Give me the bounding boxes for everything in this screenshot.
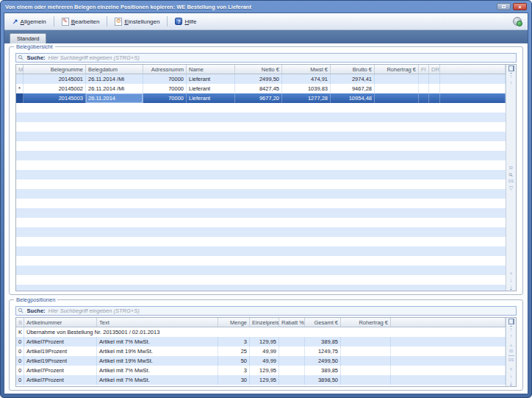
cell-rab xyxy=(279,366,305,375)
tab-page: Belegübersicht ⚲ Suche: Hier Suchbegriff… xyxy=(4,43,528,394)
column-header-fi[interactable]: FI xyxy=(419,65,429,74)
next-faded-icon[interactable]: ▾ xyxy=(510,271,513,276)
column-header-adr[interactable]: Adressnumm xyxy=(143,65,187,74)
positionen-table-header: SArtikelnummerTextMengeEinzelpreis €Raba… xyxy=(16,318,506,327)
empty-row xyxy=(16,227,506,237)
column-header-roh[interactable]: Rohertrag € xyxy=(341,318,391,327)
close-icon: × xyxy=(518,4,521,10)
cell-fi xyxy=(419,74,429,84)
first-record-icon[interactable]: ↑ xyxy=(510,73,513,79)
table-row[interactable]: *2014500226.11.2014 /Mi70000Lieferant842… xyxy=(16,84,506,93)
tab-strip: Standard xyxy=(4,30,528,43)
table-row[interactable]: 0Artikel19ProzentArtikel mit 19% MwSt.50… xyxy=(16,356,506,366)
column-header-name[interactable]: Name xyxy=(187,65,235,74)
search-icon: ⚲ xyxy=(17,307,25,315)
first-record-icon[interactable]: ↑ xyxy=(510,326,513,332)
cell-roh xyxy=(341,356,391,366)
table-row[interactable]: KÜbernahme von Bestellung Nr. 20135001 /… xyxy=(16,327,506,337)
next-record-icon[interactable]: ↓ xyxy=(510,373,513,378)
column-header-dat[interactable]: Belegdatum xyxy=(86,65,143,74)
previous-record-icon[interactable]: ↑ xyxy=(510,80,513,85)
previous-record-icon[interactable]: ↑ xyxy=(510,333,513,338)
cell-rab xyxy=(279,356,305,366)
cell-adr: 70000 xyxy=(143,74,187,84)
next-faded-icon[interactable]: ▾ xyxy=(510,366,513,372)
column-header-menge[interactable]: Menge xyxy=(218,318,250,327)
empty-row xyxy=(16,199,506,208)
cell-art: Artikel7Prozent xyxy=(24,375,97,385)
strip-bottom: ▾ ↓ ↓ xyxy=(510,271,513,290)
column-header-netto[interactable]: Netto € xyxy=(235,65,282,74)
table-row[interactable]: 0Artikel7ProzentArtikel mit 7% MwSt.3012… xyxy=(16,375,506,385)
cell-s: K xyxy=(16,327,24,337)
table-row[interactable]: 0Artikel7ProzentArtikel mit 7% MwSt.3129… xyxy=(16,366,506,375)
column-header-filler xyxy=(391,318,506,327)
cell-text: Artikel mit 19% MwSt. xyxy=(97,356,218,366)
menu-bearbeiten[interactable]: ✎ Bearbeiten xyxy=(57,16,104,27)
cell-filler xyxy=(391,347,506,356)
menu-hilfe[interactable]: ? Hilfe xyxy=(170,16,201,26)
column-header-dr[interactable]: DR xyxy=(429,65,440,74)
cell-ep: 129,95 xyxy=(250,337,279,347)
column-header-mwst[interactable]: Mwst € xyxy=(282,65,331,74)
cell-text: Artikel mit 7% MwSt. xyxy=(97,337,218,347)
menu-allgemein[interactable]: ↗ Allgemein xyxy=(8,17,51,26)
empty-row xyxy=(16,132,506,141)
cell-ges: 1249,75 xyxy=(305,347,341,356)
filter-icon[interactable]: ▽ xyxy=(509,185,513,191)
cell-ep: 129,95 xyxy=(250,375,279,385)
positionen-table-side-toolbar: ↑ ↑ ▴ ID DS ▾ ↓ ↓ xyxy=(506,318,516,386)
copy-record-icon[interactable] xyxy=(508,65,514,71)
cell-roh xyxy=(375,93,419,103)
next-record-icon[interactable]: ↓ xyxy=(510,277,513,282)
card-view-icon[interactable]: ID xyxy=(509,166,513,171)
column-header-roh[interactable]: Rohertrag € xyxy=(375,65,419,74)
copy-record-icon[interactable] xyxy=(508,319,514,324)
cell-s: 0 xyxy=(16,366,24,375)
cell-filler xyxy=(391,356,506,366)
empty-row xyxy=(16,122,506,132)
cell-text: Artikel mit 7% MwSt. xyxy=(97,366,218,375)
window-controls: × xyxy=(497,3,527,10)
column-header-m[interactable]: M xyxy=(16,65,24,74)
column-header-nr[interactable]: Belegnumme xyxy=(24,65,86,74)
search-input-uebersicht[interactable]: ⚲ Suche: Hier Suchbegriff eingeben (STRG… xyxy=(15,53,517,63)
column-header-text[interactable]: Text xyxy=(97,318,218,327)
cell-dat: 26.11.2014 xyxy=(86,93,143,103)
cell-menge: 50 xyxy=(218,356,250,366)
card-view-icon[interactable]: ID xyxy=(509,349,513,354)
menu-einstellungen[interactable]: ⚙ Einstellungen xyxy=(110,16,164,27)
column-header-ep[interactable]: Einzelpreis € xyxy=(250,318,279,327)
dataset-view-icon[interactable]: DS xyxy=(508,179,514,184)
column-header-art[interactable]: Artikelnummer xyxy=(24,318,97,327)
table-row[interactable]: 2014500326.11.201470000Lieferant9677,201… xyxy=(16,93,506,103)
empty-row xyxy=(16,180,506,189)
cell-menge: 3 xyxy=(218,337,250,347)
close-button[interactable]: × xyxy=(513,3,527,10)
cell-mwst: 474,91 xyxy=(282,74,331,84)
group-belegpositionen: Belegpositionen ⚲ Suche: Hier Suchbegrif… xyxy=(9,299,523,391)
app-window: Von einem oder mehreren Belegen einzelne… xyxy=(0,0,532,398)
column-header-rab[interactable]: Rabatt % xyxy=(279,318,305,327)
search-input-positionen[interactable]: ⚲ Suche: Hier Suchbegriff eingeben (STRG… xyxy=(15,306,517,316)
cell-text: Artikel mit 19% MwSt. xyxy=(97,347,218,356)
last-record-icon[interactable]: ↓ xyxy=(510,380,513,385)
column-header-brutto[interactable]: Brutto € xyxy=(331,65,375,74)
record-search-icon[interactable]: ⚲ xyxy=(508,171,514,178)
restore-button[interactable] xyxy=(497,3,511,10)
cell-netto: 8427,45 xyxy=(235,84,282,93)
table-row[interactable]: 0Artikel19ProzentArtikel mit 19% MwSt.25… xyxy=(16,347,506,356)
table-row[interactable]: 2014500126.11.2014 /Mi70000Lieferant2499… xyxy=(16,74,506,84)
dataset-view-icon[interactable]: DS xyxy=(508,358,514,363)
online-status-icon[interactable] xyxy=(513,17,522,26)
beleg-table: MBelegnummeBelegdatumAdressnummNameNetto… xyxy=(15,64,517,291)
column-header-ges[interactable]: Gesamt € xyxy=(305,318,341,327)
last-record-icon[interactable]: ↓ xyxy=(510,284,513,290)
tab-standard[interactable]: Standard xyxy=(10,33,46,43)
cell-roh xyxy=(341,337,391,347)
column-header-s[interactable]: S xyxy=(16,318,24,327)
table-row[interactable]: 0Artikel7ProzentArtikel mit 7% MwSt.3129… xyxy=(16,337,506,347)
strip-middle: ▴ ID DS xyxy=(508,342,514,363)
arrow-up-right-icon: ↗ xyxy=(12,18,18,25)
previous-faded-icon[interactable]: ▴ xyxy=(510,342,513,347)
